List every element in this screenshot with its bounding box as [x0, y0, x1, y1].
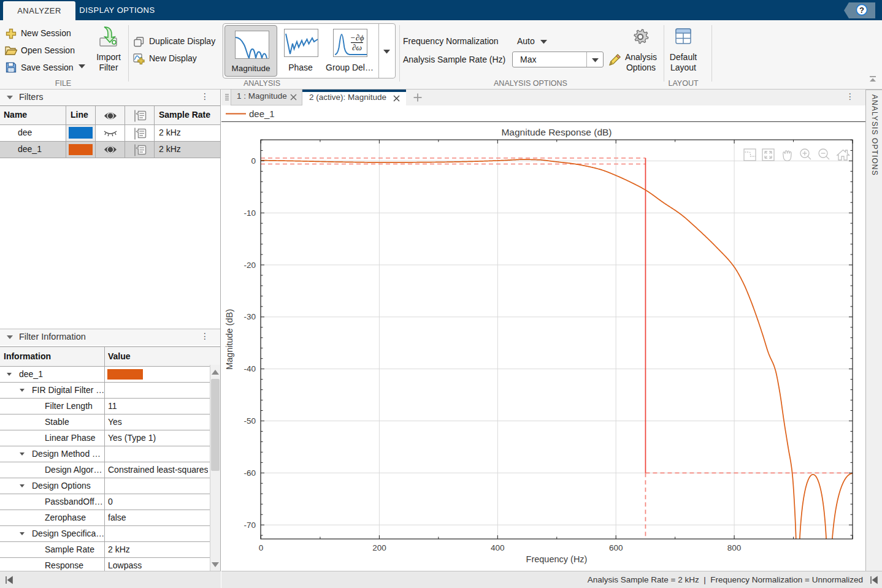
svg-text:Magnitude Response (dB): Magnitude Response (dB) — [501, 127, 612, 137]
svg-text:400: 400 — [491, 543, 505, 552]
svg-text:-40: -40 — [244, 364, 256, 373]
svg-text:−∂ϕ: −∂ϕ — [350, 33, 364, 42]
svg-text:-60: -60 — [244, 468, 256, 478]
svg-text:-20: -20 — [244, 261, 256, 270]
svg-text:200: 200 — [372, 543, 386, 552]
svg-text:-30: -30 — [244, 312, 256, 321]
svg-text:800: 800 — [727, 543, 742, 552]
svg-text:∂ω: ∂ω — [352, 43, 362, 52]
svg-text:0: 0 — [259, 543, 264, 552]
svg-text:dee_1: dee_1 — [249, 109, 275, 119]
svg-text:-10: -10 — [244, 208, 256, 218]
svg-text:600: 600 — [609, 543, 623, 552]
svg-text:-50: -50 — [244, 416, 256, 426]
svg-text:-70: -70 — [244, 521, 256, 530]
svg-text:Frequency (Hz): Frequency (Hz) — [526, 554, 588, 564]
svg-text:Magnitude (dB): Magnitude (dB) — [224, 309, 234, 370]
svg-text:0: 0 — [251, 156, 256, 166]
svg-text:?: ? — [859, 6, 864, 15]
